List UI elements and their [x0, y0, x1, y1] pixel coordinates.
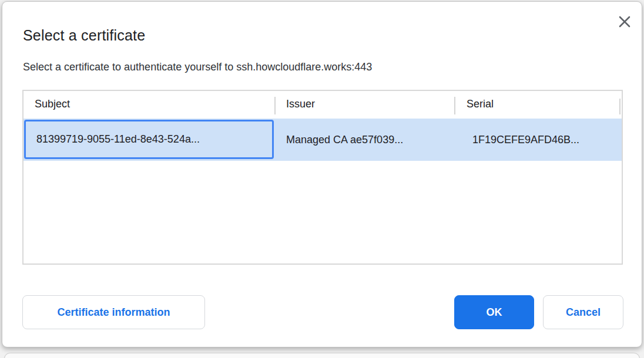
table-row[interactable]: 81399719-9055-11ed-8e43-524a... Managed …: [24, 119, 622, 161]
screen: Select a certificate Select a certificat…: [0, 0, 644, 358]
serial-value: 1F19CEFE9AFD46B...: [472, 119, 579, 161]
column-header-serial: Serial: [467, 91, 494, 117]
subject-cell[interactable]: 81399719-9055-11ed-8e43-524a...: [24, 120, 274, 159]
column-divider: [619, 99, 620, 114]
cancel-button[interactable]: Cancel: [543, 295, 623, 329]
subject-value: 81399719-9055-11ed-8e43-524a...: [26, 133, 200, 146]
certificate-information-button[interactable]: Certificate information: [22, 295, 205, 329]
ok-button[interactable]: OK: [454, 295, 534, 329]
issuer-value: Managed CA ae57f039...: [286, 119, 403, 161]
column-header-subject: Subject: [35, 91, 70, 117]
dialog-subtitle: Select a certificate to authenticate you…: [23, 61, 372, 73]
close-icon[interactable]: [614, 11, 635, 32]
select-certificate-dialog: Select a certificate Select a certificat…: [2, 1, 642, 347]
table-header: Subject Issuer Serial: [24, 91, 622, 117]
column-divider: [274, 97, 276, 114]
certificate-table: Subject Issuer Serial 81399719-9055-11ed…: [22, 90, 623, 265]
column-divider: [454, 97, 455, 114]
background-page: [4, 353, 640, 358]
column-header-issuer: Issuer: [286, 91, 315, 117]
dialog-title: Select a certificate: [23, 27, 145, 44]
close-icon-glyph: [618, 15, 632, 29]
